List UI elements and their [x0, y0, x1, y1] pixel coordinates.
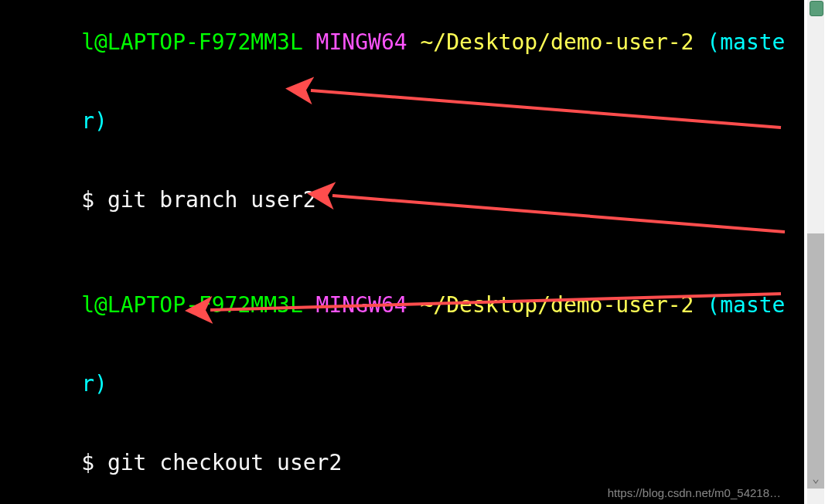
prompt-line-wrap: r): [3, 82, 801, 161]
prompt-line: l@LAPTOP-F972MM3L MINGW64 ~/Desktop/demo…: [3, 266, 801, 345]
scrollbar[interactable]: ⌄: [807, 0, 824, 504]
scrollbar-track-lower[interactable]: ⌄: [807, 233, 824, 489]
user-host: l@LAPTOP-F972MM3L: [81, 29, 315, 55]
cwd-path: ~/Desktop/demo-user-2: [420, 292, 707, 318]
prompt-line-wrap: r): [3, 345, 801, 424]
blank-line: [3, 240, 801, 266]
prompt-dollar: $: [81, 187, 107, 213]
mingw-label: MINGW64: [316, 29, 421, 55]
command-line[interactable]: $ git checkout user2: [3, 424, 801, 502]
user-host: l@LAPTOP-F972MM3L: [81, 292, 315, 318]
scrollbar-thumb[interactable]: [810, 1, 823, 16]
prompt-line: l@LAPTOP-F972MM3L MINGW64 ~/Desktop/demo…: [3, 3, 801, 82]
prompt-dollar: $: [81, 450, 107, 475]
scroll-down-icon[interactable]: ⌄: [809, 472, 823, 485]
command-line[interactable]: $ git branch user2: [3, 161, 801, 240]
command-text: git branch user2: [107, 187, 316, 213]
screenshot-root: l@LAPTOP-F972MM3L MINGW64 ~/Desktop/demo…: [0, 0, 825, 504]
terminal-window[interactable]: l@LAPTOP-F972MM3L MINGW64 ~/Desktop/demo…: [0, 0, 804, 504]
branch-name-wrap: r): [81, 371, 107, 397]
branch-name: (maste: [707, 292, 785, 318]
mingw-label: MINGW64: [316, 292, 421, 318]
command-text: git checkout user2: [107, 450, 342, 475]
cwd-path: ~/Desktop/demo-user-2: [420, 29, 707, 55]
branch-name-wrap: r): [81, 108, 107, 134]
branch-name: (maste: [707, 29, 785, 55]
